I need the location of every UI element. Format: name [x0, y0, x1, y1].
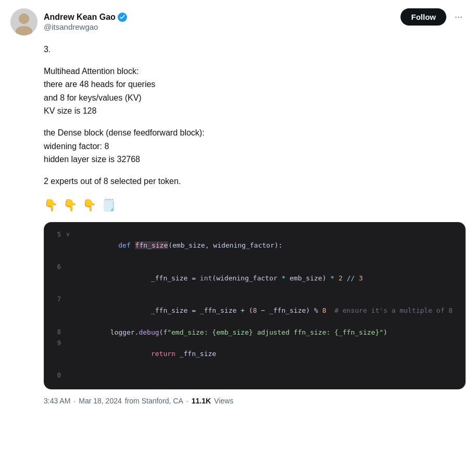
- line-num-8: 8: [54, 327, 61, 337]
- tweet-views-label: Views: [214, 397, 233, 405]
- display-name-text: Andrew Kean Gao: [44, 13, 116, 22]
- code-line-6: 6 _ffn_size = int(widening_factor * emb_…: [54, 262, 456, 295]
- code-line-8: 8 logger.debug(f"emd_size: {emb_size} ad…: [54, 327, 456, 338]
- line-content-6: _ffn_size = int(widening_factor * emb_si…: [78, 262, 363, 295]
- line-content-0: [78, 371, 82, 382]
- tweet-body: 3. Multihead Attention block: there are …: [44, 43, 466, 389]
- line-content-7: _ffn_size = _ffn_size + (8 − _ffn_size) …: [78, 295, 453, 327]
- tweet-paragraph-3: 2 experts out of 8 selected per token.: [44, 175, 466, 188]
- tweet-from: from Stanford, CA: [125, 397, 183, 405]
- verified-badge: [118, 13, 127, 22]
- tweet-time: 3:43 AM: [44, 397, 70, 405]
- more-dots-icon: ···: [455, 11, 462, 22]
- code-block: 5 ∨ def ffn_size(emb_size, widening_fact…: [44, 222, 466, 389]
- line-num-7: 7: [54, 295, 61, 304]
- display-name[interactable]: Andrew Kean Gao: [44, 13, 127, 22]
- line-num-5: 5: [54, 230, 61, 240]
- tweet-views-count: 11.1K: [192, 397, 211, 405]
- svg-point-3: [19, 14, 29, 24]
- line-content-9: return _ffn_size: [78, 338, 216, 371]
- code-line-5: 5 ∨ def ffn_size(emb_size, widening_fact…: [54, 230, 456, 262]
- tweet-number: 3.: [44, 43, 466, 56]
- line-num-9: 9: [54, 338, 61, 348]
- line-num-0: 0: [54, 371, 61, 381]
- tweet-header-right: Follow ···: [400, 8, 466, 26]
- more-options-button[interactable]: ···: [452, 9, 466, 24]
- footer-dot-2: ·: [186, 397, 189, 405]
- line-num-6: 6: [54, 262, 61, 272]
- tweet-emojis: 👇 👇 👇 🗒️: [44, 196, 466, 214]
- line-content-8: logger.debug(f"emd_size: {emb_size} adju…: [78, 327, 387, 338]
- user-info: Andrew Kean Gao @itsandrewgao: [44, 13, 127, 31]
- tweet-footer: 3:43 AM · Mar 18, 2024 from Stanford, CA…: [44, 397, 466, 405]
- code-line-7: 7 _ffn_size = _ffn_size + (8 − _ffn_size…: [54, 295, 456, 327]
- tweet-header-left: Andrew Kean Gao @itsandrewgao: [10, 8, 127, 35]
- footer-dot-1: ·: [73, 397, 76, 405]
- line-content-5: def ffn_size(emb_size, widening_factor):: [78, 230, 282, 262]
- tweet-paragraph-1: Multihead Attention block: there are 48 …: [44, 65, 466, 118]
- username[interactable]: @itsandrewgao: [44, 22, 127, 31]
- code-line-9: 9 return _ffn_size: [54, 338, 456, 371]
- tweet-paragraph-2: the Dense block (dense feedforward block…: [44, 126, 466, 166]
- tweet-date: Mar 18, 2024: [79, 397, 122, 405]
- tweet-container: Andrew Kean Gao @itsandrewgao Follow ···: [0, 0, 476, 411]
- tweet-header: Andrew Kean Gao @itsandrewgao Follow ···: [10, 8, 466, 35]
- code-line-0: 0: [54, 371, 456, 382]
- follow-button[interactable]: Follow: [400, 8, 446, 26]
- avatar[interactable]: [10, 8, 37, 35]
- line-arrow-5: ∨: [66, 230, 72, 239]
